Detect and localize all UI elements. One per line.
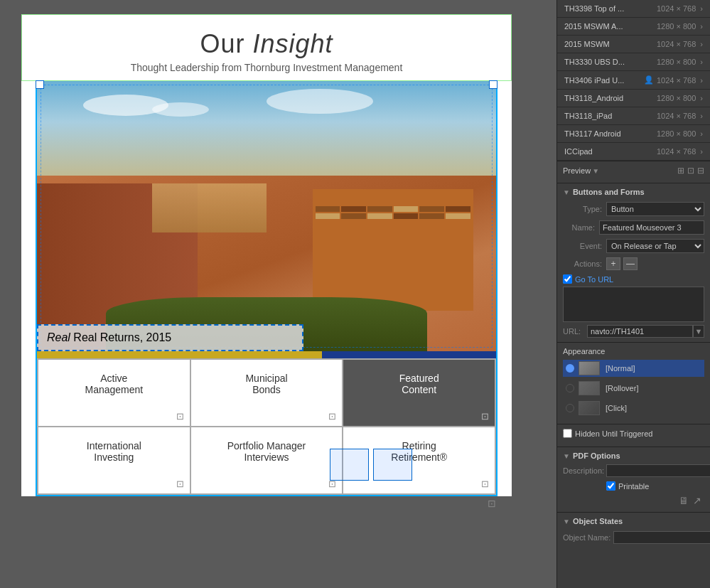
actions-row: Actions: + — <box>563 257 704 270</box>
header-section: Our Insight Thought Leadership from Thor… <box>21 14 512 81</box>
description-input[interactable] <box>606 464 710 477</box>
monitor-icon: 🖥 <box>679 495 689 506</box>
description-row: Description: <box>563 464 704 477</box>
resize-handle-bottomright[interactable]: ⊡ <box>488 498 496 509</box>
url-input[interactable] <box>587 325 693 338</box>
object-name-input[interactable] <box>613 531 710 544</box>
goto-url-label[interactable]: Go To URL <box>575 275 613 284</box>
cell-label-international-investing: International Investing <box>45 440 183 463</box>
state-click-row[interactable]: [Click] <box>563 400 704 417</box>
bottom-preview-boxes <box>330 449 412 481</box>
category-grid: Active Management ⊡ Municipal Bonds ⊡ Fe… <box>37 358 496 495</box>
name-input[interactable] <box>599 220 704 235</box>
gold-divider-bar <box>37 351 496 358</box>
chevron-right-icon: › <box>700 22 703 31</box>
preview-section: Preview ▼ ⊞ ⊡ ⊟ <box>557 161 710 183</box>
object-states-title: Object States <box>573 517 623 525</box>
chevron-right-icon: › <box>700 94 703 102</box>
cell-icon-featured-content: ⊡ <box>481 411 489 422</box>
type-row: Type: Button <box>563 202 704 216</box>
cell-portfolio-manager-interviews[interactable]: Portfolio Manager Interviews ⊡ <box>190 427 343 494</box>
pdf-collapse-icon[interactable]: ▼ <box>563 452 570 460</box>
cell-label-municipal-bonds: Municipal Bonds <box>198 373 335 395</box>
printable-checkbox[interactable] <box>606 481 615 491</box>
hidden-trigger-row: Hidden Until Triggered <box>563 427 704 439</box>
object-states-section: ▼ Object States Object Name: <box>557 512 710 548</box>
cell-active-management[interactable]: Active Management ⊡ <box>38 359 190 427</box>
actions-label: Actions: <box>563 260 602 268</box>
device-item-8[interactable]: ICCipad 1024 × 768 › <box>557 143 710 161</box>
hero-image-container[interactable]: Real Real Returns, 2015 Active Managemen… <box>36 81 497 496</box>
state-rollover-row[interactable]: [Rollover] <box>563 380 704 397</box>
normal-state-indicator <box>566 364 574 373</box>
chevron-right-icon: › <box>700 40 703 48</box>
buttons-forms-title: Buttons and Forms <box>573 188 645 196</box>
chevron-right-icon: › <box>700 112 703 120</box>
event-row: Event: On Release or Tap <box>563 239 704 253</box>
name-row: Name: <box>563 220 704 235</box>
hidden-trigger-section: Hidden Until Triggered <box>557 424 710 447</box>
export-icon: ↗ <box>693 495 701 506</box>
cell-international-investing[interactable]: International Investing ⊡ <box>38 427 190 494</box>
cell-icon-international-investing: ⊡ <box>176 479 184 489</box>
preview-icons: ⊞ ⊡ ⊟ <box>677 166 704 176</box>
device-item-1[interactable]: 2015 MSWM A... 1280 × 800 › <box>557 18 710 36</box>
device-item-5[interactable]: TH3118_Android 1280 × 800 › <box>557 90 710 107</box>
object-states-collapse-icon[interactable]: ▼ <box>563 518 570 525</box>
right-panel: TH3398 Top of ... 1024 × 768 › 2015 MSWM… <box>556 0 710 588</box>
preview-box-2[interactable] <box>373 449 412 481</box>
rollover-state-label: [Rollover] <box>606 384 638 392</box>
object-states-header: ▼ Object States <box>563 517 704 525</box>
cell-label-active-management: Active Management <box>45 373 183 395</box>
preview-box-1[interactable] <box>330 449 369 481</box>
hidden-trigger-checkbox[interactable] <box>563 429 572 438</box>
url-text-area[interactable] <box>563 287 704 322</box>
event-select[interactable]: On Release or Tap <box>606 239 704 253</box>
device-item-4[interactable]: TH3406 iPad U... 👤 1024 × 768 › <box>557 71 710 90</box>
chevron-right-icon: › <box>700 4 703 13</box>
type-label: Type: <box>563 205 602 213</box>
preview-icon-1[interactable]: ⊞ <box>677 166 684 176</box>
device-item-3[interactable]: TH3330 UBS D... 1280 × 800 › <box>557 53 710 71</box>
caption-italic: Real <box>47 331 70 343</box>
url-row: URL: ▼ <box>563 325 704 338</box>
buttons-forms-section: ▼ Buttons and Forms Type: Button Name: E… <box>557 183 710 342</box>
name-label: Name: <box>563 223 595 232</box>
action-buttons: + — <box>606 257 638 270</box>
device-item-6[interactable]: TH3118_iPad 1024 × 768 › <box>557 107 710 125</box>
cell-featured-content[interactable]: Featured Content ⊡ <box>343 359 495 427</box>
remove-action-button[interactable]: — <box>623 257 638 270</box>
goto-url-checkbox[interactable] <box>563 274 572 284</box>
url-dropdown-button[interactable]: ▼ <box>693 325 704 338</box>
printable-row: Printable <box>563 481 704 491</box>
buttons-forms-header: ▼ Buttons and Forms <box>563 188 704 196</box>
collapse-triangle-icon[interactable]: ▼ <box>563 188 570 196</box>
chevron-right-icon: › <box>700 76 703 85</box>
chevron-right-icon: › <box>700 147 703 156</box>
caption-bar[interactable]: Real Real Returns, 2015 <box>37 324 303 351</box>
rollover-state-thumbnail <box>579 381 600 395</box>
resize-handle-topright[interactable] <box>489 80 497 89</box>
chevron-right-icon: › <box>700 129 703 138</box>
subtitle: Thought Leadership from Thornburg Invest… <box>29 62 504 73</box>
cell-icon-active-management: ⊡ <box>176 411 184 422</box>
cell-municipal-bonds[interactable]: Municipal Bonds ⊡ <box>190 359 343 427</box>
device-item-0[interactable]: TH3398 Top of ... 1024 × 768 › <box>557 0 710 18</box>
preview-icon-2[interactable]: ⊡ <box>687 166 694 176</box>
grid-row-1: Active Management ⊡ Municipal Bonds ⊡ Fe… <box>38 359 495 427</box>
type-select[interactable]: Button <box>606 202 704 216</box>
url-label: URL: <box>563 327 584 336</box>
resize-handle-topleft[interactable] <box>36 80 44 89</box>
device-item-2[interactable]: 2015 MSWM 1024 × 768 › <box>557 36 710 53</box>
event-label: Event: <box>563 242 602 250</box>
add-action-button[interactable]: + <box>606 257 620 270</box>
description-label: Description: <box>563 466 602 475</box>
preview-icon-3[interactable]: ⊟ <box>697 166 704 176</box>
pdf-options-section: ▼ PDF Options Description: Printable 🖥 ↗ <box>557 447 710 512</box>
device-list: TH3398 Top of ... 1024 × 768 › 2015 MSWM… <box>557 0 710 161</box>
state-normal-row[interactable]: [Normal] <box>563 360 704 377</box>
pdf-options-header: ▼ PDF Options <box>563 451 704 460</box>
device-item-7[interactable]: TH3117 Android 1280 × 800 › <box>557 125 710 143</box>
object-name-row: Object Name: <box>563 531 704 544</box>
appearance-label: Appearance <box>563 347 704 356</box>
